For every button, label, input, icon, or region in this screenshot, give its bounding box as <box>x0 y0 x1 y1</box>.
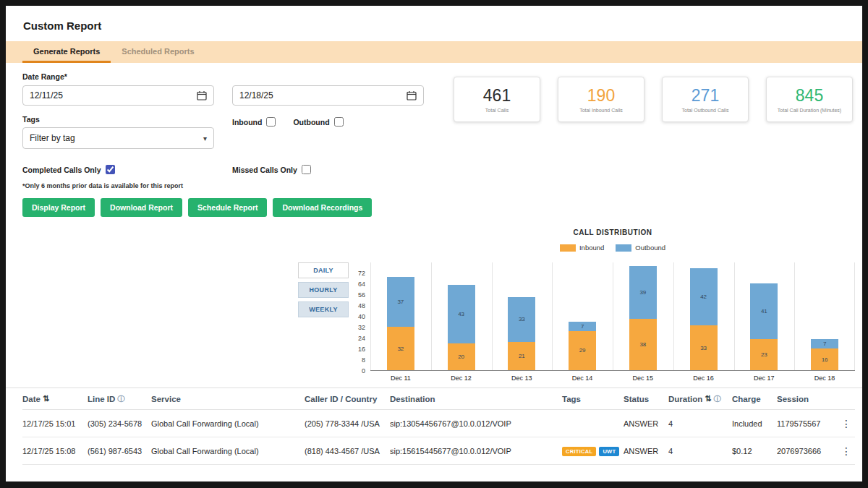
row-menu-icon[interactable]: ⋮ <box>838 418 855 429</box>
row-menu-icon[interactable]: ⋮ <box>838 445 855 457</box>
download-recordings-button[interactable]: Download Recordings <box>273 198 372 217</box>
date-to-input[interactable]: 12/18/25 <box>232 85 424 106</box>
stacked-bar: 4320 <box>448 285 475 370</box>
tag-badge: UWT <box>599 447 619 456</box>
call-report-table: Date⇅Line IDⓘServiceCaller ID / CountryD… <box>6 388 862 465</box>
bar-group: 729 <box>552 262 613 370</box>
tab-generate-reports[interactable]: Generate Reports <box>22 41 111 63</box>
column-header-date[interactable]: Date⇅ <box>22 394 88 403</box>
info-icon[interactable]: ⓘ <box>714 394 721 404</box>
stacked-bar: 729 <box>569 322 596 371</box>
x-tick-label: Dec 13 <box>492 374 553 382</box>
bar-group: 4233 <box>673 262 734 370</box>
stacked-bar: 3321 <box>508 297 535 370</box>
stat-value: 271 <box>692 86 719 106</box>
chart-y-axis: 081624324048566472 <box>349 262 370 371</box>
stacked-bar: 3732 <box>387 277 414 370</box>
inbound-segment: 20 <box>448 343 475 371</box>
missed-checkbox[interactable] <box>302 165 311 174</box>
outbound-checkbox[interactable] <box>334 117 344 127</box>
x-tick-label: Dec 14 <box>552 374 613 382</box>
stat-label: Total Inbound Calls <box>577 108 625 113</box>
action-buttons: Display Report Download Report Schedule … <box>22 198 433 217</box>
outbound-label: Outbound <box>293 118 329 127</box>
column-header-tags: Tags <box>562 395 624 403</box>
outbound-segment: 42 <box>690 268 718 325</box>
cell-duration: 4 <box>668 447 732 455</box>
table-header-row: Date⇅Line IDⓘServiceCaller ID / CountryD… <box>22 388 855 410</box>
schedule-report-button[interactable]: Schedule Report <box>188 198 267 217</box>
inbound-checkbox[interactable] <box>266 117 276 127</box>
sort-icon[interactable]: ⇅ <box>43 394 49 403</box>
outbound-segment: 7 <box>569 322 596 331</box>
cell-caller: (818) 443-4567 /USA <box>305 447 390 455</box>
column-label: Session <box>777 395 809 403</box>
y-tick-label: 8 <box>362 356 365 364</box>
outbound-segment: 43 <box>448 285 475 343</box>
hourly-view-button[interactable]: HOURLY <box>298 282 349 298</box>
call-distribution-chart: CALL DISTRIBUTION Inbound Outbound DAILY… <box>291 228 855 382</box>
cell-session: 1179575567 <box>777 419 838 428</box>
column-label: Destination <box>390 395 435 403</box>
info-icon[interactable]: ⓘ <box>117 394 124 404</box>
tab-bar: Generate Reports Scheduled Reports <box>6 41 862 63</box>
y-tick-label: 56 <box>358 291 365 299</box>
download-report-button[interactable]: Download Report <box>101 198 182 217</box>
tab-label: Generate Reports <box>33 47 100 56</box>
cell-service: Global Call Forwarding (Local) <box>151 447 305 455</box>
cell-date: 12/17/25 15:01 <box>22 419 88 428</box>
daily-view-button[interactable]: DAILY <box>298 262 349 278</box>
tags-filter-select[interactable]: Filter by tag ▾ <box>22 127 214 149</box>
outbound-segment: 37 <box>387 277 414 327</box>
bar-group: 3938 <box>613 262 673 370</box>
sort-icon[interactable]: ⇅ <box>705 394 711 403</box>
inbound-label: Inbound <box>232 118 262 127</box>
x-tick-label: Dec 15 <box>613 374 673 382</box>
cell-line-id: (561) 987-6543 <box>88 447 151 455</box>
cell-tags: CRITICALUWT <box>562 446 624 456</box>
date-from-value: 12/11/25 <box>30 90 63 100</box>
column-header-line-id: Line IDⓘ <box>88 394 151 404</box>
display-report-button[interactable]: Display Report <box>22 198 95 217</box>
custom-report-page: Custom Report Generate Reports Scheduled… <box>6 6 862 481</box>
y-tick-label: 48 <box>358 302 365 309</box>
x-tick-label: Dec 16 <box>673 374 734 382</box>
table-row: 12/17/25 15:01(305) 234-5678Global Call … <box>22 410 855 437</box>
stat-value: 190 <box>587 86 615 106</box>
bar-group: 3732 <box>370 262 431 370</box>
calendar-icon[interactable] <box>407 90 417 100</box>
outbound-checkbox-field: Outbound <box>293 117 343 127</box>
stat-label: Total Call Duration (Minutes) <box>775 108 843 113</box>
y-tick-label: 16 <box>358 346 365 353</box>
bar-group: 3321 <box>492 262 553 370</box>
y-tick-label: 0 <box>362 367 365 374</box>
weekly-view-button[interactable]: WEEKLY <box>298 301 349 317</box>
bar-group: 716 <box>794 262 855 370</box>
date-from-input[interactable]: 12/11/25 <box>22 85 214 106</box>
date-to-value: 12/18/25 <box>239 90 273 100</box>
x-tick-label: Dec 11 <box>370 374 431 382</box>
tab-scheduled-reports[interactable]: Scheduled Reports <box>111 41 205 63</box>
cell-date: 12/17/25 15:08 <box>22 447 88 455</box>
column-label: Service <box>151 395 181 403</box>
stacked-bar: 3938 <box>629 266 657 370</box>
stat-label: Total Outbound Calls <box>680 108 731 113</box>
column-label: Charge <box>732 395 761 403</box>
inbound-segment: 23 <box>750 339 778 370</box>
completed-checkbox[interactable] <box>106 165 115 174</box>
main-content: Date Range* 12/11/25 <box>6 63 862 465</box>
cell-duration: 4 <box>668 419 732 428</box>
inbound-segment: 29 <box>569 331 596 370</box>
tag-badge: CRITICAL <box>562 447 596 456</box>
stat-card-total-calls: 461 Total Calls <box>454 77 540 122</box>
legend-label: Outbound <box>635 244 665 252</box>
chart-plot: 373243203321729393842334123716 <box>370 262 855 371</box>
tags-label: Tags <box>22 115 232 124</box>
stat-card-call-duration: 845 Total Call Duration (Minutes) <box>766 77 853 122</box>
calendar-icon[interactable] <box>197 90 207 100</box>
chevron-down-icon: ▾ <box>203 134 207 142</box>
cell-charge: Included <box>732 419 777 428</box>
cell-charge: $0.12 <box>732 447 777 455</box>
data-availability-note: *Only 6 months prior data is available f… <box>22 182 433 189</box>
column-header-duration[interactable]: Duration⇅ⓘ <box>668 394 732 404</box>
